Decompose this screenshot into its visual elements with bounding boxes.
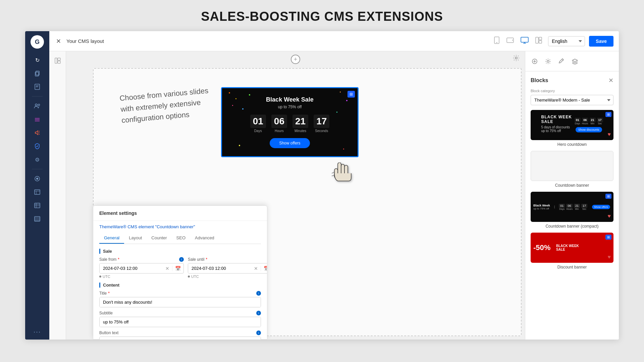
banner-subtitle: up to 75% off <box>229 105 351 109</box>
device-layout-btn[interactable] <box>533 36 544 47</box>
sidebar-icon-page[interactable] <box>31 81 44 93</box>
language-select[interactable]: English German French <box>548 36 585 46</box>
discount-heart-icon[interactable]: ♥ <box>608 254 611 260</box>
block-thumbnail-hero[interactable]: BLACK WEEKSALE 5 days of discountsup to … <box>531 110 613 140</box>
sale-until-input-wrapper: ✕ 📅 <box>188 263 267 274</box>
button-text-input[interactable] <box>100 337 261 340</box>
svg-rect-33 <box>536 37 538 43</box>
tab-general[interactable]: General <box>99 233 124 244</box>
settings-body: Sale Sale from * i ✕ <box>93 244 267 340</box>
sidebar-icon-table1[interactable] <box>31 186 44 198</box>
sidebar-icon-table2[interactable] <box>31 199 44 212</box>
sale-from-input[interactable] <box>100 263 163 273</box>
section-content-label: Content <box>99 283 261 288</box>
close-button[interactable]: ✕ <box>55 36 62 46</box>
sidebar-icon-megaphone[interactable] <box>31 127 44 139</box>
sidebar-icon-circle[interactable] <box>31 173 44 185</box>
sale-until-col: Sale until * i ✕ 📅 <box>188 257 267 279</box>
banner-title: Black Week Sale <box>229 96 351 103</box>
rp-pencil-icon[interactable] <box>556 56 567 67</box>
device-desktop-btn[interactable] <box>519 36 531 47</box>
sale-until-input[interactable] <box>188 263 251 273</box>
block-item-compact: Black Week up to 75% off | 01Days 06Hour… <box>531 192 613 229</box>
banner-counters: 01 Days 06 Hours 21 Minutes <box>229 115 351 133</box>
sidebar-icon-shield[interactable] <box>31 140 44 152</box>
compact-heart-icon[interactable]: ♥ <box>608 213 611 219</box>
canvas-settings-button[interactable] <box>513 55 520 63</box>
tab-layout[interactable]: Layout <box>124 233 147 244</box>
rp-settings-icon[interactable] <box>543 56 553 67</box>
minutes-value: 21 <box>292 115 308 128</box>
hours-label: Hours <box>271 129 287 133</box>
sale-from-input-wrapper: ✕ 📅 <box>99 263 184 274</box>
svg-rect-37 <box>58 58 60 60</box>
sidebar-icon-copy[interactable] <box>31 67 44 79</box>
block-name-discount: Discount banner <box>531 265 613 269</box>
button-text-input-wrapper <box>99 337 261 340</box>
block-item-banner: Countdown banner <box>531 151 613 188</box>
sidebar-divider-2 <box>32 169 43 169</box>
dark-sidebar: G ↻ <box>25 31 49 340</box>
subtitle-input[interactable] <box>100 317 261 327</box>
discount-pct: -50% <box>533 243 553 252</box>
settings-header: Element settings <box>93 206 267 221</box>
compact-thumb-icon: ⊞ <box>605 194 611 199</box>
sidebar2-layout-icon[interactable] <box>52 55 63 66</box>
sidebar-icon-table3[interactable] <box>31 213 44 225</box>
section-sale-label: Sale <box>99 249 261 254</box>
sale-from-calendar-icon[interactable]: 📅 <box>172 266 183 271</box>
settings-subtitle: ThemeWare® CMS element "Countdown banner… <box>99 224 261 229</box>
sidebar-icon-sync[interactable]: ↻ <box>31 54 44 66</box>
sidebar-icon-layers[interactable] <box>31 113 44 125</box>
sidebar-icon-users[interactable] <box>31 100 44 112</box>
sale-until-clear-icon[interactable]: ✕ <box>251 266 261 271</box>
sidebar-divider-1 <box>32 96 43 97</box>
countdown-banner: ⊞ Black Week Sale up to 75% off 01 Days … <box>221 87 359 157</box>
canvas-add-button[interactable]: + <box>291 55 300 64</box>
tab-seo[interactable]: SEO <box>172 233 190 244</box>
hero-heart-icon[interactable]: ♥ <box>608 131 611 137</box>
content-area: + Choose from various slideswith extreme… <box>49 51 619 340</box>
block-item-hero: BLACK WEEKSALE 5 days of discountsup to … <box>531 110 613 147</box>
sale-from-clear-icon[interactable]: ✕ <box>163 266 172 271</box>
title-input[interactable] <box>100 297 261 307</box>
logo[interactable]: G <box>31 35 44 49</box>
seconds-label: Seconds <box>314 129 329 133</box>
block-category-select[interactable]: ThemeWare® Modern - Sale ThemeWare® Mode… <box>531 95 613 105</box>
svg-rect-30 <box>521 37 528 42</box>
device-mobile-btn[interactable] <box>492 35 502 47</box>
tab-advanced[interactable]: Advanced <box>190 233 219 244</box>
days-value: 01 <box>250 115 266 128</box>
blocks-title: Blocks <box>531 77 548 83</box>
compact-show-btn[interactable]: Show offers <box>592 205 610 209</box>
subtitle-field-label: Subtitle i <box>99 311 261 315</box>
sale-from-col: Sale from * i ✕ 📅 <box>99 257 184 279</box>
sale-until-label: Sale until * i <box>188 257 267 262</box>
sale-until-calendar-icon[interactable]: 📅 <box>261 266 267 271</box>
block-thumbnail-compact[interactable]: Black Week up to 75% off | 01Days 06Hour… <box>531 192 613 222</box>
svg-line-44 <box>332 172 334 173</box>
svg-rect-38 <box>58 61 60 63</box>
title-info-icon: i <box>256 291 261 296</box>
tab-counter[interactable]: Counter <box>147 233 171 244</box>
save-button[interactable]: Save <box>589 36 613 47</box>
block-thumbnail-discount[interactable]: -50% BLACK WEEK SALE ⊞ ♥ <box>531 233 613 263</box>
device-tablet-btn[interactable] <box>504 36 516 46</box>
canvas-area: + Choose from various slideswith extreme… <box>66 51 525 340</box>
handwritten-text: Choose from various slideswith extremely… <box>119 85 211 126</box>
rp-layers-icon[interactable] <box>570 56 580 67</box>
hero-thumb-icon: ⊞ <box>605 112 611 117</box>
blocks-close-button[interactable]: ✕ <box>608 77 613 84</box>
svg-rect-18 <box>35 203 40 208</box>
svg-rect-34 <box>539 37 542 40</box>
hero-show-discounts-btn[interactable]: Show discounts <box>576 127 602 132</box>
svg-line-12 <box>39 134 40 134</box>
block-thumbnail-banner[interactable] <box>531 151 613 181</box>
days-label: Days <box>250 129 266 133</box>
sidebar-icon-settings[interactable]: ⚙ <box>31 154 44 166</box>
sale-until-utc: UTC <box>188 275 267 279</box>
show-offers-button[interactable]: Show offers <box>270 138 310 148</box>
sale-dates-row: Sale from * i ✕ 📅 <box>99 257 261 279</box>
seconds-value: 17 <box>314 115 329 128</box>
rp-add-icon[interactable] <box>529 56 540 67</box>
